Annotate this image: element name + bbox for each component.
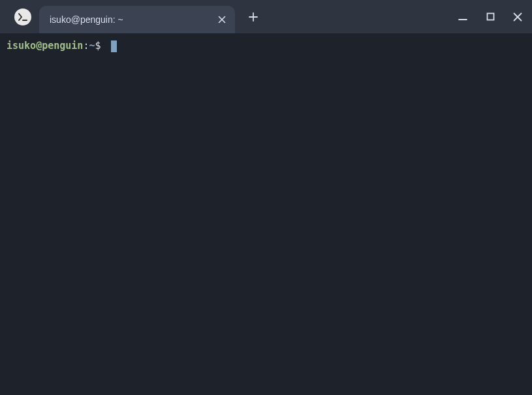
plus-icon	[249, 12, 258, 22]
minimize-icon	[458, 12, 467, 22]
window-controls	[455, 0, 525, 33]
prompt-path: ~	[89, 40, 95, 53]
prompt-symbol: $	[95, 40, 106, 53]
terminal-cursor	[111, 40, 117, 52]
maximize-button[interactable]	[482, 9, 498, 25]
titlebar: isuko@penguin: ~	[0, 0, 532, 33]
close-icon	[218, 16, 226, 24]
tab-title: isuko@penguin: ~	[50, 14, 215, 25]
prompt-line: isuko@penguin:~$	[7, 40, 525, 53]
minimize-button[interactable]	[455, 9, 471, 25]
prompt-separator: :	[83, 40, 89, 53]
new-tab-button[interactable]	[244, 8, 262, 26]
terminal-app-icon	[14, 8, 31, 25]
terminal-body[interactable]: isuko@penguin:~$	[0, 33, 532, 395]
svg-rect-6	[487, 14, 493, 20]
terminal-icon	[18, 12, 28, 22]
tab-close-button[interactable]	[215, 13, 228, 26]
maximize-icon	[486, 12, 495, 21]
tab-active[interactable]: isuko@penguin: ~	[39, 6, 235, 33]
close-icon	[513, 12, 522, 22]
prompt-user-host: isuko@penguin	[7, 40, 83, 53]
close-window-button[interactable]	[510, 9, 525, 25]
